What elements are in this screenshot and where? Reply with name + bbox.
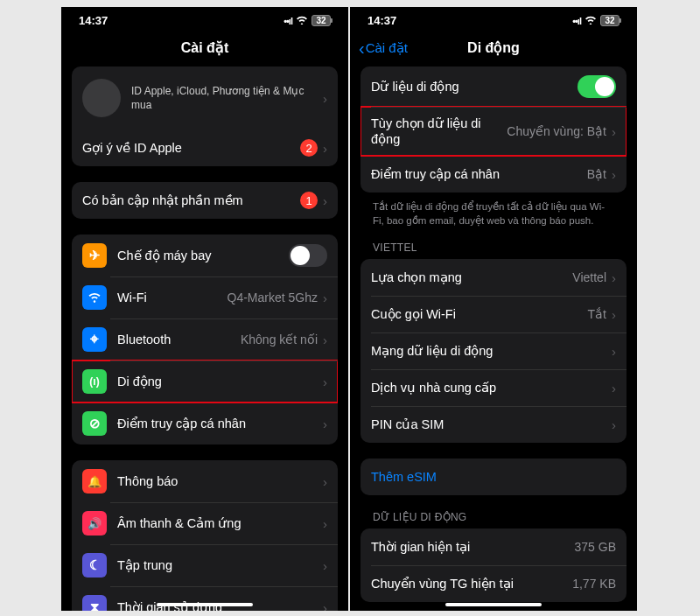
current-period-row[interactable]: Thời gian hiện tại 375 GB (360, 528, 626, 565)
airplane-toggle[interactable] (289, 244, 327, 267)
bell-icon: 🔔 (82, 469, 107, 494)
hourglass-icon: ⧗ (82, 595, 107, 611)
wifi-row[interactable]: Wi-Fi Q4-Market 5Ghz › (72, 276, 338, 318)
home-indicator[interactable] (157, 603, 253, 606)
row-value: Không kết nối (241, 332, 318, 346)
chevron-right-icon: › (323, 91, 327, 106)
nav-header: Cài đặt (61, 31, 348, 66)
status-indicators: ••ıl 32 (572, 15, 620, 26)
section-header-data: DỮ LIỆU DI ĐỘNG (360, 511, 626, 528)
row-value: 1,77 KB (572, 577, 616, 591)
speaker-icon: 🔊 (82, 511, 107, 536)
row-label: Dịch vụ nhà cung cấp (371, 380, 612, 396)
status-time: 14:37 (368, 14, 396, 27)
moon-icon: ☾ (82, 553, 107, 578)
row-label: Bluetooth (117, 332, 241, 347)
hotspot-icon: ⊘ (82, 411, 107, 436)
row-label: Âm thanh & Cảm ứng (117, 515, 323, 531)
focus-row[interactable]: ☾ Tập trung › (72, 544, 338, 586)
row-value: Viettel (572, 270, 606, 284)
battery-icon: 32 (312, 15, 331, 26)
row-label: Thêm eSIM (371, 469, 616, 485)
page-title: Di động (467, 39, 520, 56)
roaming-period-row[interactable]: Chuyển vùng TG hiện tại 1,77 KB (360, 565, 626, 602)
status-time: 14:37 (79, 14, 108, 27)
row-label: Wi-Fi (117, 290, 228, 305)
avatar (82, 79, 121, 117)
apple-id-suggestions-row[interactable]: Gợi ý về ID Apple 2 › (72, 130, 338, 166)
battery-icon: 32 (600, 15, 620, 26)
airplane-icon: ✈ (82, 243, 107, 268)
row-label: PIN của SIM (371, 416, 612, 432)
cellular-row[interactable]: (ı) Di động › (72, 360, 338, 402)
signal-icon: ••ıl (284, 16, 292, 26)
row-label: Gợi ý về ID Apple (82, 140, 300, 156)
back-button[interactable]: ‹ Cài đặt (359, 39, 408, 57)
row-label: Cuộc gọi Wi-Fi (371, 306, 588, 322)
row-label: Thời gian hiện tại (371, 539, 575, 555)
chevron-right-icon: › (323, 193, 327, 208)
status-bar: 14:37 ••ıl 32 (350, 7, 637, 31)
phone-right-cellular: 14:37 ••ıl 32 ‹ Cài đặt Di động Dữ liệu … (350, 7, 637, 611)
row-label: Mạng dữ liệu di động (371, 343, 612, 359)
apple-id-row[interactable]: ID Apple, iCloud, Phương tiện & Mục mua … (72, 66, 338, 130)
signal-icon: ••ıl (572, 16, 581, 26)
row-label: Thông báo (117, 473, 323, 489)
chevron-right-icon: › (612, 307, 616, 322)
chevron-right-icon: › (612, 344, 616, 359)
chevron-right-icon: › (323, 290, 327, 305)
phone-left-settings: 14:37 ••ıl 32 Cài đặt ID Apple, iCloud, … (61, 7, 348, 611)
home-indicator[interactable] (445, 603, 542, 606)
airplane-mode-row[interactable]: ✈ Chế độ máy bay (72, 234, 338, 276)
chevron-left-icon: ‹ (359, 39, 365, 57)
row-value: Q4-Market 5Ghz (228, 290, 318, 304)
back-label: Cài đặt (366, 40, 408, 56)
bluetooth-icon: ⌖ (82, 327, 107, 352)
chevron-right-icon: › (323, 416, 327, 431)
row-label: Chế độ máy bay (117, 248, 289, 263)
chevron-right-icon: › (323, 332, 327, 347)
screentime-row[interactable]: ⧗ Thời gian sử dụng › (72, 586, 338, 611)
sim-pin-row[interactable]: PIN của SIM › (360, 406, 626, 443)
row-label: Tùy chọn dữ liệu di động (371, 116, 507, 147)
row-value: Chuyển vùng: Bật (507, 124, 606, 138)
bluetooth-row[interactable]: ⌖ Bluetooth Không kết nối › (72, 318, 338, 360)
carrier-services-row[interactable]: Dịch vụ nhà cung cấp › (360, 369, 626, 406)
data-network-row[interactable]: Mạng dữ liệu di động › (360, 332, 626, 369)
row-label: Tập trung (117, 557, 323, 573)
wifi-icon (82, 285, 107, 310)
row-label: Dữ liệu di động (371, 79, 578, 94)
network-selection-row[interactable]: Lựa chọn mạng Viettel › (360, 259, 626, 296)
wifi-calling-row[interactable]: Cuộc gọi Wi-Fi Tắt › (360, 296, 626, 332)
data-options-row[interactable]: Tùy chọn dữ liệu di động Chuyển vùng: Bậ… (360, 107, 626, 156)
wifi-icon (296, 15, 308, 26)
row-label: Có bản cập nhật phần mềm (82, 192, 300, 208)
section-header-carrier: VIETTEL (360, 242, 626, 259)
chevron-right-icon: › (323, 141, 327, 156)
apple-id-subtitle: ID Apple, iCloud, Phương tiện & Mục mua (131, 84, 323, 112)
row-label: Chuyển vùng TG hiện tại (371, 576, 572, 592)
notifications-row[interactable]: 🔔 Thông báo › (72, 460, 338, 502)
row-label: Điểm truy cập cá nhân (371, 166, 587, 182)
personal-hotspot-row[interactable]: ⊘ Điểm truy cập cá nhân › (72, 402, 338, 444)
mobile-data-row[interactable]: Dữ liệu di động (360, 66, 626, 107)
status-indicators: ••ıl 32 (284, 15, 331, 26)
chevron-right-icon: › (612, 417, 616, 432)
wifi-icon (584, 15, 597, 26)
chevron-right-icon: › (612, 167, 616, 182)
software-update-row[interactable]: Có bản cập nhật phần mềm 1 › (72, 182, 338, 219)
page-title: Cài đặt (181, 39, 228, 56)
chevron-right-icon: › (323, 558, 327, 573)
chevron-right-icon: › (612, 270, 616, 285)
add-esim-row[interactable]: Thêm eSIM (360, 458, 626, 495)
mobile-data-toggle[interactable] (578, 75, 616, 98)
row-value: Bật (587, 167, 606, 181)
badge: 2 (300, 139, 318, 157)
chevron-right-icon: › (612, 124, 616, 139)
hotspot-row[interactable]: Điểm truy cập cá nhân Bật › (360, 156, 626, 192)
row-label: Di động (117, 374, 323, 389)
status-bar: 14:37 ••ıl 32 (61, 7, 348, 31)
footer-text: Tắt dữ liệu di động để truyền tất cả dữ … (360, 200, 626, 242)
nav-header: ‹ Cài đặt Di động (350, 31, 637, 66)
sounds-row[interactable]: 🔊 Âm thanh & Cảm ứng › (72, 502, 338, 544)
